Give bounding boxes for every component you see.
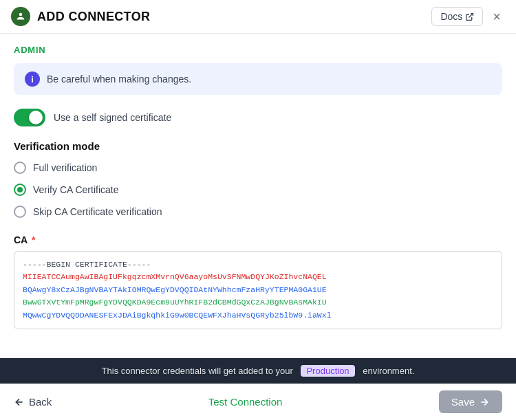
warning-text: Be careful when making changes. <box>47 74 191 85</box>
info-icon: i <box>25 71 40 87</box>
radio-verify-ca-circle <box>14 184 26 196</box>
radio-skip-ca-circle <box>14 206 26 218</box>
radio-verify-ca[interactable]: Verify CA Certificate <box>14 184 502 196</box>
header: ADD CONNECTOR Docs × <box>0 0 516 34</box>
ca-field: CA * -----BEGIN CERTIFICATE----- MIIEATC… <box>14 234 502 329</box>
radio-full-circle <box>14 162 26 174</box>
external-link-icon <box>465 12 474 21</box>
radio-skip-ca-label: Skip CA Certificate verification <box>33 206 162 217</box>
banner-text-after: environment. <box>363 366 414 376</box>
radio-skip-ca[interactable]: Skip CA Certificate verification <box>14 206 502 218</box>
self-signed-toggle[interactable] <box>14 109 45 126</box>
footer-actions: Back Test Connection Save <box>0 384 516 420</box>
ca-field-label: CA * <box>14 234 502 245</box>
environment-banner: This connector credentials will get adde… <box>0 358 516 384</box>
toggle-track[interactable] <box>14 109 45 126</box>
test-connection-button[interactable]: Test Connection <box>208 396 283 408</box>
verification-mode-group: Full verification Verify CA Certificate … <box>14 162 502 218</box>
banner-text-before: This connector credentials will get adde… <box>102 366 293 376</box>
header-actions: Docs × <box>431 7 505 26</box>
ca-certificate-input[interactable]: -----BEGIN CERTIFICATE----- MIIEATCCAumg… <box>14 251 502 329</box>
production-badge: Production <box>301 365 354 377</box>
radio-full-verification[interactable]: Full verification <box>14 162 502 174</box>
docs-button[interactable]: Docs <box>431 7 483 26</box>
footer: This connector credentials will get adde… <box>0 357 516 420</box>
back-arrow-icon <box>14 397 25 408</box>
radio-verify-ca-label: Verify CA Certificate <box>33 184 119 195</box>
radio-full-label: Full verification <box>33 162 97 173</box>
back-button[interactable]: Back <box>14 396 52 408</box>
page-title: ADD CONNECTOR <box>37 10 431 24</box>
toggle-label: Use a self signed certificate <box>54 112 171 123</box>
app-logo <box>11 7 30 26</box>
svg-line-1 <box>469 13 473 17</box>
required-indicator: * <box>29 234 35 245</box>
logo-icon <box>14 10 27 23</box>
admin-section-label: ADMIN <box>14 45 502 55</box>
save-arrow-icon <box>479 397 490 408</box>
toggle-thumb <box>29 111 43 124</box>
self-signed-certificate-row[interactable]: Use a self signed certificate <box>14 109 502 126</box>
verification-mode-title: Verification mode <box>14 140 502 152</box>
save-button[interactable]: Save <box>439 390 502 413</box>
svg-point-0 <box>19 13 23 16</box>
radio-verify-ca-dot <box>17 187 23 192</box>
warning-banner: i Be careful when making changes. <box>14 63 502 95</box>
close-button[interactable]: × <box>488 8 505 26</box>
